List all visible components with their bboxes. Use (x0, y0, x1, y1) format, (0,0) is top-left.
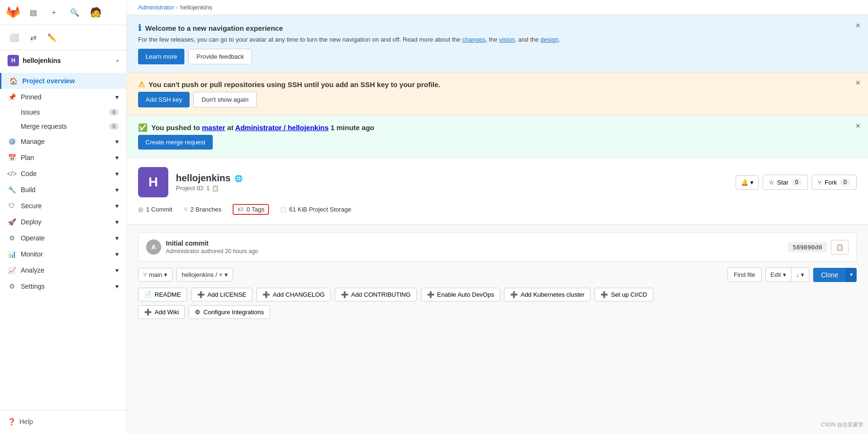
sidebar-deploy-label: Deploy (21, 218, 42, 226)
sidebar-item-plan[interactable]: 📅 Plan ▾ (0, 150, 126, 166)
sidebar-top-bar: ▤ ＋ 🔍 🧑 (0, 0, 126, 25)
branch-link[interactable]: master (202, 124, 225, 132)
merge-requests-badge: 0 (109, 123, 119, 130)
sidebar-toggle-button[interactable]: ⬜ (6, 29, 23, 46)
sidebar-expand-icon[interactable]: ▤ (25, 4, 42, 21)
build-icon: 🔧 (8, 186, 16, 194)
commit-info: Initial commit Administrator authored 20… (166, 239, 258, 255)
ssh-banner-close-button[interactable]: × (855, 78, 860, 88)
copy-id-icon[interactable]: 📋 (212, 185, 219, 192)
sidebar-item-operate[interactable]: ⚙ Operate ▾ (0, 230, 126, 246)
user-avatar-icon[interactable]: 🧑 (87, 4, 104, 21)
add-wiki-button[interactable]: ➕ Add Wiki (138, 305, 185, 319)
project-id: Project ID: 1 📋 (176, 185, 243, 192)
add-ssh-key-button[interactable]: Add SSH key (138, 92, 190, 107)
sidebar-item-settings[interactable]: ⚙ Settings ▾ (0, 278, 126, 294)
nav-banner-title: ℹ Welcome to a new navigation experience (138, 23, 857, 33)
sidebar-item-pinned[interactable]: 📌 Pinned ▾ (0, 89, 126, 105)
project-overview-icon: 🏠 (9, 77, 17, 85)
new-plus-icon[interactable]: ＋ (45, 4, 62, 21)
add-changelog-button[interactable]: ➕ Add CHANGELOG (256, 288, 331, 301)
clone-main-button[interactable]: Clone (813, 268, 846, 282)
create-merge-request-button[interactable]: Create merge request (138, 135, 213, 150)
wiki-icon: ➕ (144, 309, 152, 316)
commit-title[interactable]: Initial commit (166, 239, 258, 247)
warning-triangle-icon: ⚠ (138, 80, 145, 89)
fork-icon: ⑂ (818, 179, 822, 186)
tags-stat[interactable]: 🏷 0 Tags (233, 204, 269, 215)
add-license-button[interactable]: ➕ Add LICENSE (191, 288, 252, 301)
sidebar-item-secure[interactable]: 🛡 Secure ▾ (0, 198, 126, 214)
globe-icon: 🌐 (234, 175, 243, 182)
dont-show-again-button[interactable]: Don't show again (193, 92, 256, 107)
star-count: 0 (791, 178, 802, 186)
sidebar-item-deploy[interactable]: 🚀 Deploy ▾ (0, 214, 126, 230)
fork-button[interactable]: ⑂ Fork 0 (812, 175, 857, 190)
configure-integrations-button[interactable]: ⚙ Configure Integrations (189, 305, 270, 319)
add-kubernetes-button[interactable]: ➕ Add Kubernetes cluster (504, 288, 590, 301)
sidebar-project-overview-label: Project overview (22, 77, 75, 85)
bell-icon: 🔔 (741, 179, 748, 186)
path-selector[interactable]: hellojenkins / + ▾ (176, 268, 233, 282)
operate-chevron-icon: ▾ (115, 234, 119, 242)
enable-autodevops-button[interactable]: ➕ Enable Auto DevOps (421, 288, 501, 301)
sidebar-help-item[interactable]: ❓ Help (8, 416, 119, 427)
commits-stat[interactable]: ◎ 1 Commit (138, 206, 173, 213)
clone-caret-button[interactable]: ▾ (846, 268, 857, 282)
setup-cicd-button[interactable]: ➕ Set up CI/CD (594, 288, 653, 301)
push-banner-close-button[interactable]: × (855, 121, 860, 131)
push-banner-text: ✅ You pushed to master at Administrator … (138, 123, 857, 132)
learn-more-button[interactable]: Learn more (138, 49, 184, 64)
build-chevron-icon: ▾ (115, 186, 119, 194)
edit-button[interactable]: Edit ▾ (765, 267, 791, 282)
find-file-button[interactable]: Find file (728, 267, 762, 282)
info-circle-icon: ℹ (138, 23, 141, 33)
star-button[interactable]: ☆ Star 0 (763, 175, 808, 190)
analyze-chevron-icon: ▾ (115, 266, 119, 274)
provide-feedback-button[interactable]: Provide feedback (188, 49, 252, 64)
merge-request-quick-icon[interactable]: ⇄ (25, 29, 42, 46)
push-banner-actions: Create merge request (138, 135, 857, 150)
plan-chevron-icon: ▾ (115, 154, 119, 161)
manage-icon: ⚙️ (8, 137, 16, 146)
sidebar-item-manage[interactable]: ⚙️ Manage ▾ (0, 133, 126, 150)
project-stats-row: ◎ 1 Commit ⑂ 2 Branches 🏷 0 Tags ⬚ 61 Ki… (138, 204, 857, 215)
copy-commit-button[interactable]: 📋 (831, 240, 849, 255)
repo-link[interactable]: Administrator / hellojenkins (235, 124, 329, 132)
notification-bell-button[interactable]: 🔔 ▾ (736, 175, 759, 190)
main-content: Administrator › hellojenkins × ℹ Welcome… (127, 0, 868, 433)
code-icon: </> (8, 169, 16, 178)
nav-banner-changes-link[interactable]: changes (462, 36, 486, 43)
sidebar-item-monitor[interactable]: 📊 Monitor ▾ (0, 246, 126, 262)
sidebar-item-code[interactable]: </> Code ▾ (0, 166, 126, 182)
add-readme-button[interactable]: 📄 README (138, 288, 187, 301)
path-text: hellojenkins / (182, 271, 217, 278)
snippet-quick-icon[interactable]: ✏️ (43, 29, 61, 46)
sidebar-item-analyze[interactable]: 📈 Analyze ▾ (0, 262, 126, 278)
commit-hash[interactable]: 589890d0 (788, 242, 827, 252)
nav-banner-vision-link[interactable]: vision (499, 36, 515, 43)
breadcrumb-parent-link[interactable]: Administrator (138, 4, 174, 11)
sidebar-project-name[interactable]: hellojenkins (23, 57, 61, 64)
branches-stat[interactable]: ⑂ 2 Branches (184, 206, 222, 213)
section-divider (127, 224, 868, 225)
autodevops-icon: ➕ (427, 291, 434, 298)
shortcuts-row-2: ➕ Add Wiki ⚙ Configure Integrations (138, 305, 857, 319)
project-header-row: H hellojenkins 🌐 Project ID: 1 📋 🔔 (138, 167, 857, 197)
sidebar-item-merge-requests[interactable]: Merge requests 0 (0, 119, 126, 133)
sidebar-item-issues[interactable]: Issues 0 (0, 105, 126, 119)
analyze-icon: 📈 (8, 266, 16, 274)
sidebar-item-build[interactable]: 🔧 Build ▾ (0, 182, 126, 198)
sidebar-item-project-overview[interactable]: 🏠 Project overview (0, 73, 126, 89)
add-contributing-button[interactable]: ➕ Add CONTRIBUTING (335, 288, 417, 301)
nav-banner-close-button[interactable]: × (855, 21, 860, 31)
project-details: hellojenkins 🌐 Project ID: 1 📋 (176, 173, 243, 192)
download-button[interactable]: ↓ ▾ (791, 267, 810, 282)
search-icon[interactable]: 🔍 (66, 4, 83, 21)
branch-selector[interactable]: ⑂ main ▾ (138, 268, 173, 282)
nav-banner-design-link[interactable]: design (540, 36, 558, 43)
readme-icon: 📄 (144, 291, 152, 298)
sidebar-project-header[interactable]: H hellojenkins ▾ (0, 50, 126, 71)
gitlab-logo-icon[interactable] (6, 5, 21, 20)
plan-icon: 📅 (8, 153, 16, 162)
